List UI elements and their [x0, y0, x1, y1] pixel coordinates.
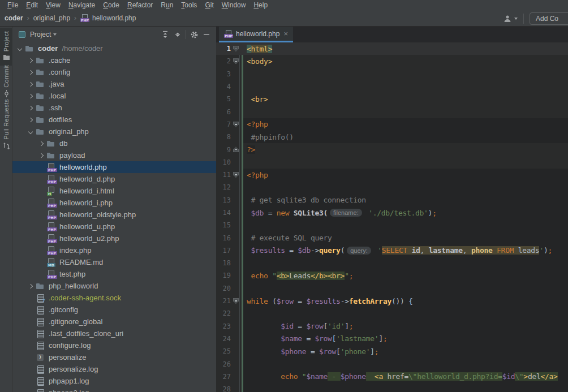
code-line-20[interactable]: 20	[216, 282, 568, 295]
tree-item-helloworld-i-php[interactable]: PHPhelloworld_i.php	[12, 197, 216, 209]
chevron-collapsed-icon[interactable]	[36, 154, 46, 157]
tree-item--gitignore-global[interactable]: .gitignore_global	[12, 316, 216, 328]
chevron-collapsed-icon[interactable]	[25, 106, 36, 110]
code-line-15[interactable]: 15	[216, 219, 568, 231]
tree-item--gitconfig[interactable]: .gitconfig	[12, 304, 216, 316]
project-view-selector[interactable]: Project	[19, 31, 57, 38]
chevron-expanded-icon[interactable]	[25, 130, 36, 133]
code-line-13[interactable]: 13 # get sqlite3 db connection	[216, 194, 568, 206]
tree-item-index-php[interactable]: PHPindex.php	[12, 244, 216, 256]
tree-item-readme-md[interactable]: MDREADME.md	[12, 256, 216, 268]
code-line-18[interactable]: 18	[216, 257, 568, 269]
menu-run[interactable]: Run	[157, 1, 177, 10]
tree-item-helloworld-u-php[interactable]: PHPhelloworld_u.php	[12, 221, 216, 232]
code-line-23[interactable]: 23 $id = $row['id'];	[216, 320, 568, 333]
breadcrumb-item[interactable]: coder	[5, 14, 23, 22]
add-configuration-button[interactable]: Add Co	[530, 12, 568, 25]
code-line-5[interactable]: 5 <br>	[216, 93, 568, 105]
code-line-9[interactable]: 9?>	[216, 143, 568, 156]
tree-item-personalize[interactable]: personalize	[12, 351, 216, 363]
fold-marker[interactable]	[231, 143, 241, 156]
tree-item-dotfiles[interactable]: dotfiles	[12, 114, 216, 126]
code-line-12[interactable]: 12	[216, 181, 568, 193]
tree-item--coder-ssh-agent-sock[interactable]: .coder-ssh-agent.sock	[12, 292, 216, 304]
menu-navigate[interactable]: Navigate	[64, 1, 99, 10]
menu-help[interactable]: Help	[249, 1, 272, 10]
tree-item-personalize-log[interactable]: personalize.log	[12, 363, 216, 375]
tab-helloworld-php[interactable]: helloworld.php ×	[219, 27, 293, 42]
collapse-all-button[interactable]	[171, 29, 184, 40]
settings-gear-icon[interactable]	[188, 29, 200, 40]
menu-refactor[interactable]: Refactor	[123, 1, 157, 10]
tree-item-configure-log[interactable]: configure.log	[12, 339, 216, 351]
code-line-17[interactable]: 17 $results = $db->query(query: 'SELECT …	[216, 244, 568, 257]
breadcrumb-item[interactable]: helloworld.php	[92, 14, 136, 22]
stripe-item-project[interactable]: Project	[0, 28, 12, 66]
fold-marker[interactable]	[231, 42, 241, 55]
code-line-10[interactable]: 10	[216, 156, 568, 169]
code-line-7[interactable]: 7<?php	[216, 118, 568, 131]
tree-item-helloworld-u2-php[interactable]: PHPhelloworld_u2.php	[12, 232, 216, 244]
code-line-22[interactable]: 22	[216, 307, 568, 320]
chevron-collapsed-icon[interactable]	[36, 142, 46, 145]
fold-marker[interactable]	[231, 295, 241, 307]
tree-item-helloworld-oldstyle-php[interactable]: PHPhelloworld_oldstyle.php	[12, 209, 216, 221]
code-line-25[interactable]: 25 $phone = $row['phone'];	[216, 345, 568, 357]
expand-all-button[interactable]	[159, 29, 171, 40]
tree-item--config[interactable]: .config	[12, 66, 216, 78]
menu-view[interactable]: View	[42, 1, 64, 10]
code-editor[interactable]: 1<html>2<body>3 4 5 <br>6 7<?php8 #phpin…	[216, 42, 568, 392]
tree-item-coder[interactable]: coder/home/coder	[12, 42, 216, 54]
hide-panel-button[interactable]	[200, 29, 213, 40]
tree-item-test-php[interactable]: PHPtest.php	[12, 268, 216, 280]
fold-marker[interactable]	[231, 118, 241, 131]
code-line-26[interactable]: 26	[216, 357, 568, 370]
tree-item--java[interactable]: .java	[12, 78, 216, 90]
menu-file[interactable]: File	[3, 1, 22, 10]
tree-item-helloworld-d-php[interactable]: PHPhelloworld_d.php	[12, 173, 216, 185]
chevron-collapsed-icon[interactable]	[25, 83, 36, 86]
tree-item-payload[interactable]: payload	[12, 149, 216, 161]
tree-item-php-helloworld[interactable]: php_helloworld	[12, 280, 216, 292]
code-line-6[interactable]: 6	[216, 105, 568, 118]
chevron-collapsed-icon[interactable]	[25, 285, 36, 288]
tree-item-phpapp1-log[interactable]: phpapp1.log	[12, 375, 216, 387]
tree-item-phpapp2-log[interactable]: phpapp2.log	[12, 387, 216, 392]
code-line-19[interactable]: 19 echo "<b>Leads</b><br>";	[216, 269, 568, 282]
menu-edit[interactable]: Edit	[22, 1, 42, 10]
tree-item--ssh[interactable]: .ssh	[12, 102, 216, 114]
menu-tools[interactable]: Tools	[177, 1, 201, 10]
tree-item-helloworld-i-html[interactable]: Hhelloworld_i.html	[12, 185, 216, 197]
code-line-16[interactable]: 16 # execute SQL query	[216, 231, 568, 244]
fold-marker[interactable]	[231, 169, 241, 181]
menu-window[interactable]: Window	[218, 1, 250, 10]
tab-close-icon[interactable]: ×	[283, 31, 288, 37]
tree-item-db[interactable]: db	[12, 137, 216, 149]
stripe-item-pull-requests[interactable]: Pull Requests	[0, 96, 12, 154]
code-line-8[interactable]: 8 #phpinfo()	[216, 131, 568, 143]
code-line-1[interactable]: 1<html>	[216, 42, 568, 55]
code-line-14[interactable]: 14 $db = new SQLite3(filename: './db/tes…	[216, 206, 568, 219]
chevron-collapsed-icon[interactable]	[25, 59, 36, 62]
chevron-collapsed-icon[interactable]	[25, 71, 36, 74]
tree-item-helloworld-php[interactable]: PHPhelloworld.php	[12, 161, 216, 173]
code-line-3[interactable]: 3	[216, 68, 568, 80]
menu-code[interactable]: Code	[99, 1, 123, 10]
tree-item--last-dotfiles-clone-uri[interactable]: .last_dotfiles_clone_uri	[12, 328, 216, 339]
tree-item--cache[interactable]: .cache	[12, 54, 216, 66]
code-line-28[interactable]: 28	[216, 383, 568, 392]
chevron-collapsed-icon[interactable]	[25, 118, 36, 122]
user-account-button[interactable]	[504, 15, 518, 23]
chevron-expanded-icon[interactable]	[14, 47, 25, 50]
menu-git[interactable]: Git	[201, 1, 217, 10]
code-line-21[interactable]: 21while ($row = $results->fetchArray()) …	[216, 295, 568, 307]
code-line-4[interactable]: 4	[216, 80, 568, 93]
tree-item--local[interactable]: .local	[12, 90, 216, 102]
code-line-11[interactable]: 11<?php	[216, 169, 568, 181]
chevron-collapsed-icon[interactable]	[25, 94, 36, 98]
tree-item-original-php[interactable]: original_php	[12, 126, 216, 137]
code-line-2[interactable]: 2<body>	[216, 55, 568, 67]
code-line-24[interactable]: 24 $name = $row['lastname'];	[216, 333, 568, 345]
fold-marker[interactable]	[231, 55, 241, 67]
code-line-27[interactable]: 27 echo "$name - $phone <a href=\"hellow…	[216, 371, 568, 383]
